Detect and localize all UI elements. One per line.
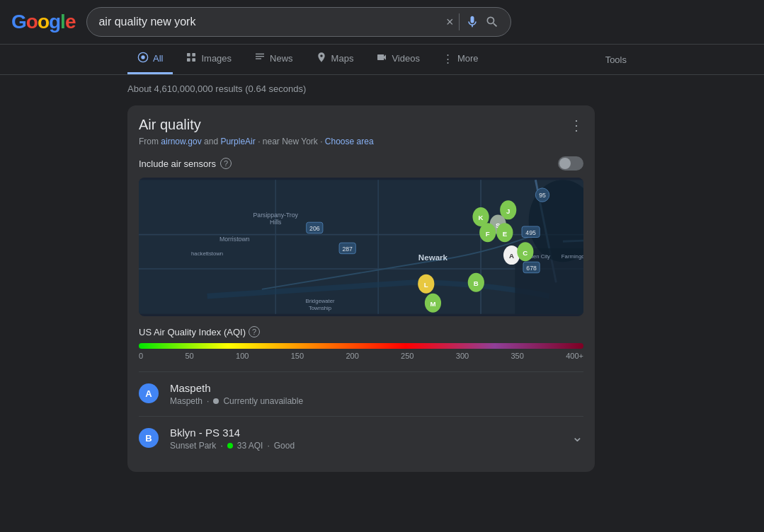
all-icon	[137, 52, 149, 65]
svg-rect-6	[256, 54, 264, 54]
aqi-100: 100	[236, 352, 249, 360]
svg-text:287: 287	[342, 245, 353, 253]
clear-icon[interactable]: ×	[446, 15, 454, 30]
aqi-0: 0	[139, 352, 143, 360]
top-bar: Google ×	[0, 0, 764, 45]
aqi-350: 350	[511, 352, 523, 360]
tab-videos-label: Videos	[392, 53, 420, 64]
svg-text:Township: Township	[309, 305, 331, 311]
tab-all-label: All	[153, 53, 163, 64]
card-menu-button[interactable]: ⋮	[569, 117, 583, 134]
search-divider	[459, 13, 460, 30]
card-title: Air quality	[139, 117, 201, 133]
svg-text:L: L	[424, 281, 428, 289]
aqi-label: US Air Quality Index (AQI) ?	[139, 326, 583, 337]
station-aqi-b: 33 AQI	[237, 441, 263, 451]
station-status-dot-b	[227, 443, 233, 449]
svg-text:hackettstown: hackettstown	[191, 250, 223, 257]
maps-icon	[316, 52, 327, 65]
aqi-300: 300	[456, 352, 469, 360]
expand-station-b-button[interactable]: ⌄	[571, 428, 583, 445]
station-details-b: Sunset Park · 33 AQI · Good	[170, 441, 560, 451]
svg-text:Newark: Newark	[418, 253, 448, 262]
tab-maps-label: Maps	[331, 53, 354, 64]
voice-search-icon[interactable]	[465, 15, 479, 29]
search-icon[interactable]	[485, 15, 499, 29]
card-header: Air quality ⋮	[139, 117, 583, 134]
source-prefix: From	[139, 137, 159, 146]
aqi-250: 250	[401, 352, 414, 360]
results-count: About 4,610,000,000 results (0.64 second…	[127, 83, 637, 94]
svg-text:F: F	[486, 230, 490, 238]
svg-text:Parsippany-Troy: Parsippany-Troy	[253, 212, 299, 219]
svg-text:Bridgewater: Bridgewater	[305, 298, 335, 304]
source-airnow-link[interactable]: airnow.gov	[161, 137, 201, 146]
source-purpleair-link[interactable]: PurpleAir	[220, 137, 255, 146]
more-icon: ⋮	[443, 52, 453, 65]
svg-rect-3	[193, 53, 196, 57]
map-container[interactable]: 206 287 495 678 27 135 95 Parsippany-Tro…	[139, 178, 583, 316]
station-row-a: A Maspeth Maspeth · Currently unavailabl…	[139, 371, 583, 416]
station-dot-separator-b2: ·	[267, 441, 269, 451]
source-and: and	[204, 137, 220, 146]
svg-text:E: E	[503, 230, 508, 238]
aqi-scale: 0 50 100 150 200 250 300 350 400+	[139, 352, 583, 360]
sensors-text: Include air sensors	[139, 158, 216, 169]
tab-images[interactable]: Images	[176, 45, 241, 74]
svg-text:A: A	[509, 252, 514, 260]
tools-button[interactable]: Tools	[595, 47, 637, 72]
svg-text:K: K	[479, 214, 484, 221]
aqi-50: 50	[185, 352, 193, 360]
news-icon	[254, 52, 266, 65]
svg-rect-2	[187, 53, 190, 57]
svg-text:C: C	[523, 249, 528, 257]
station-status-dot-a	[213, 398, 219, 404]
station-location-a: Maspeth	[170, 396, 203, 406]
station-location-b: Sunset Park	[170, 441, 216, 451]
videos-icon	[376, 52, 387, 65]
choose-area-link[interactable]: Choose area	[325, 137, 374, 146]
aqi-help-icon[interactable]: ?	[249, 326, 260, 337]
search-input[interactable]	[98, 16, 440, 28]
svg-text:206: 206	[309, 225, 320, 232]
svg-rect-7	[256, 56, 264, 57]
svg-text:95: 95	[539, 192, 546, 199]
aqi-400plus: 400+	[566, 352, 583, 360]
station-name-a: Maspeth	[170, 382, 583, 394]
aqi-bar	[139, 343, 583, 349]
svg-text:J: J	[506, 207, 510, 215]
tab-more[interactable]: ⋮ More	[433, 45, 489, 74]
aqi-label-text: US Air Quality Index (AQI)	[139, 327, 246, 337]
station-row-b: B Bklyn - PS 314 Sunset Park · 33 AQI · …	[139, 416, 583, 461]
station-name-b: Bklyn - PS 314	[170, 427, 560, 439]
station-info-b: Bklyn - PS 314 Sunset Park · 33 AQI · Go…	[170, 427, 560, 451]
station-info-a: Maspeth Maspeth · Currently unavailable	[170, 382, 583, 406]
svg-text:495: 495	[525, 229, 536, 236]
station-status-a: Currently unavailable	[223, 396, 303, 406]
station-quality-b: Good	[274, 441, 295, 451]
svg-text:Hills: Hills	[270, 219, 282, 226]
sensors-label: Include air sensors ?	[139, 158, 232, 169]
svg-rect-4	[187, 58, 190, 62]
search-bar: ×	[86, 7, 511, 37]
station-dot-separator-b: ·	[220, 441, 222, 451]
tab-maps[interactable]: Maps	[306, 45, 364, 74]
aqi-section: US Air Quality Index (AQI) ? 0 50 100 15…	[139, 326, 583, 360]
station-details-a: Maspeth · Currently unavailable	[170, 396, 583, 406]
svg-text:Farmingdale: Farmingdale	[561, 253, 583, 260]
svg-rect-5	[193, 58, 196, 62]
svg-text:B: B	[474, 279, 479, 287]
svg-text:M: M	[430, 300, 435, 308]
images-icon	[186, 52, 197, 65]
card-source: From airnow.gov and PurpleAir · near New…	[139, 137, 583, 146]
station-marker-a: A	[139, 383, 159, 403]
sensors-toggle[interactable]	[558, 156, 583, 170]
air-quality-card: Air quality ⋮ From airnow.gov and Purple…	[127, 105, 595, 472]
tab-news[interactable]: News	[244, 45, 303, 74]
svg-point-1	[141, 55, 144, 59]
tab-videos[interactable]: Videos	[366, 45, 430, 74]
sensors-help-icon[interactable]: ?	[220, 158, 232, 169]
google-logo: Google	[11, 11, 75, 33]
tab-all[interactable]: All	[127, 45, 173, 74]
tab-images-label: Images	[201, 53, 232, 64]
